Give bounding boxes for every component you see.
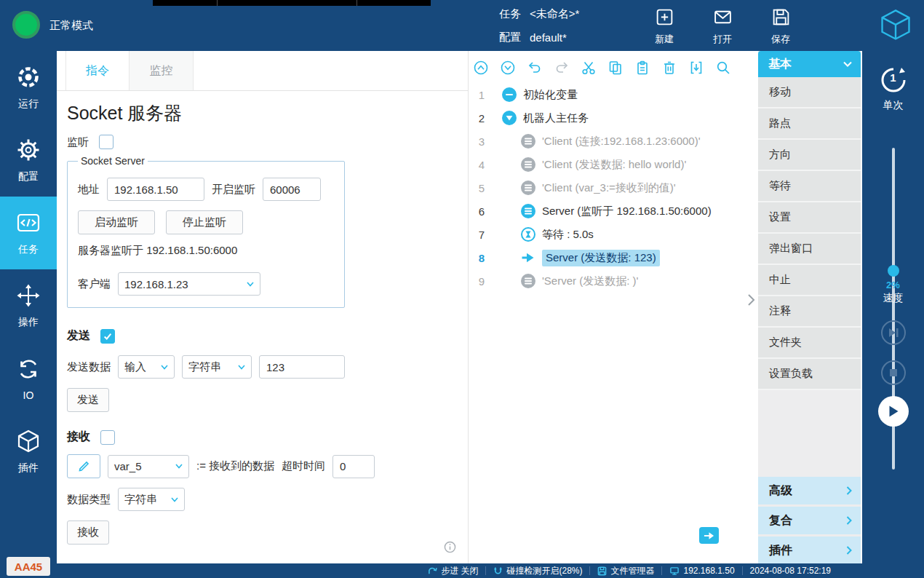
address-input[interactable]: [107, 178, 204, 201]
receive-checkbox[interactable]: [100, 430, 115, 445]
step-next-button[interactable]: [699, 527, 719, 544]
tree-row[interactable]: 2 机器人主任务: [469, 106, 757, 130]
play-icon: [888, 405, 899, 418]
start-listen-button[interactable]: 启动监听: [78, 210, 155, 234]
undo-icon[interactable]: [527, 60, 543, 76]
separator: [742, 566, 743, 575]
chevron-down-icon: [175, 464, 183, 469]
port-input[interactable]: [263, 178, 321, 201]
step-mode-status[interactable]: 步进 关闭: [428, 565, 478, 577]
palette-item-direction[interactable]: 方向: [758, 140, 861, 171]
cut-icon[interactable]: [581, 60, 597, 76]
single-run-label: 单次: [883, 99, 904, 112]
tab-monitor[interactable]: 监控: [130, 51, 194, 90]
edit-variable-button[interactable]: [67, 454, 100, 478]
sidebar-item-label: 配置: [18, 170, 39, 183]
mode-label: 正常模式: [49, 0, 93, 51]
line-number: 7: [469, 229, 493, 241]
tree-row[interactable]: 4 'Client (发送数据: hello world)': [469, 153, 757, 176]
info-icon[interactable]: [444, 541, 456, 556]
datatype-select[interactable]: 字符串: [118, 488, 185, 511]
palette-group-label: 复合: [769, 513, 792, 528]
tree-row[interactable]: 7 等待 : 5.0s: [469, 223, 757, 246]
play-button[interactable]: [878, 396, 909, 427]
receive-section-label: 接收: [67, 429, 90, 445]
palette-item-abort[interactable]: 中止: [758, 265, 861, 296]
sidebar-item-io[interactable]: IO: [0, 342, 57, 415]
copy-icon[interactable]: [608, 60, 624, 76]
send-type-select[interactable]: 字符串: [182, 355, 252, 379]
tree-row[interactable]: 6 Server (监听于 192.168.1.50:6000): [469, 199, 757, 223]
delete-icon[interactable]: [661, 60, 677, 76]
instruction-panel: 指令 监控 Socket 服务器 监听 Socket Server 地址 开启监…: [57, 51, 469, 564]
palette-item-move[interactable]: 移动: [758, 77, 861, 108]
palette-item-wait[interactable]: 等待: [758, 171, 861, 202]
send-type-value: 字符串: [188, 360, 221, 374]
palette-group-advanced[interactable]: 高级: [758, 477, 861, 504]
config-name[interactable]: default*: [530, 31, 567, 44]
send-source-value: 输入: [124, 360, 146, 374]
wait-icon: [521, 227, 535, 242]
send-button[interactable]: 发送: [67, 388, 109, 412]
expand-all-icon[interactable]: [500, 60, 516, 76]
palette-item-popup[interactable]: 弹出窗口: [758, 234, 861, 265]
tree-row[interactable]: 9 'Server (发送数据: )': [469, 269, 757, 293]
task-name[interactable]: <未命名>*: [530, 7, 579, 21]
palette-group-label: 高级: [769, 483, 792, 499]
tree-row[interactable]: 3 'Client (连接:192.168.1.23:6000)': [469, 130, 757, 153]
palette-item-folder[interactable]: 文件夹: [758, 328, 861, 359]
chevron-down-icon: [238, 365, 245, 370]
expand-panel-icon[interactable]: [746, 293, 755, 310]
send-data-input[interactable]: [259, 355, 345, 379]
sidebar-item-operate[interactable]: 操作: [0, 269, 57, 342]
palette-group-composite[interactable]: 复合: [758, 507, 861, 534]
send-checkbox[interactable]: [100, 329, 115, 344]
tree-row-selected[interactable]: 8 Server (发送数据: 123): [469, 246, 757, 269]
palette-item-payload[interactable]: 设置负载: [758, 359, 861, 390]
step-icon: [428, 566, 437, 576]
controller-ip[interactable]: 192.168.1.50: [669, 566, 734, 576]
tree-row[interactable]: 1 初始化变量: [469, 83, 757, 106]
sidebar-item-task[interactable]: 任务: [0, 197, 57, 269]
collapse-all-icon[interactable]: [473, 60, 489, 76]
line-number: 8: [469, 252, 493, 264]
palette-group-plugin[interactable]: 插件: [758, 537, 861, 564]
send-section-label: 发送: [67, 328, 90, 344]
redo-icon[interactable]: [554, 60, 570, 76]
stop-listen-button[interactable]: 停止监听: [166, 210, 243, 234]
listen-checkbox[interactable]: [99, 135, 113, 149]
palette-item-set[interactable]: 设置: [758, 202, 861, 234]
tree-row[interactable]: 5 'Client (var_3:=接收到的值)': [469, 176, 757, 199]
file-manager-link[interactable]: 文件管理器: [597, 565, 654, 577]
palette-header-basic[interactable]: 基本: [758, 51, 861, 77]
device-badge[interactable]: AA45: [7, 557, 50, 576]
client-select[interactable]: 192.168.1.23: [118, 272, 260, 296]
insert-icon[interactable]: [688, 60, 704, 76]
speed-slider-handle[interactable]: [888, 265, 899, 277]
ip-text: 192.168.1.50: [683, 566, 734, 576]
stop-button[interactable]: [881, 360, 906, 385]
open-task-button[interactable]: 打开: [701, 7, 744, 46]
receive-variable-value: var_5: [114, 460, 142, 472]
palette-item-waypoint[interactable]: 路点: [758, 108, 861, 140]
single-run-button[interactable]: 1 单次: [862, 66, 924, 112]
step-over-button[interactable]: [881, 320, 906, 345]
collision-status[interactable]: 碰撞检测开启(28%): [493, 565, 582, 577]
sidebar-item-label: 任务: [18, 243, 39, 256]
receive-button[interactable]: 接收: [67, 520, 109, 545]
sidebar-item-config[interactable]: 配置: [0, 124, 57, 197]
search-icon[interactable]: [715, 60, 731, 76]
save-task-button[interactable]: 保存: [760, 7, 802, 46]
paste-icon[interactable]: [634, 60, 650, 76]
sidebar-item-plugins[interactable]: 插件: [0, 415, 57, 488]
chevron-down-icon: [247, 282, 254, 287]
top-bar: 正常模式 任务 <未命名>* 配置 default* 新建 打开 保存: [0, 0, 924, 51]
new-task-button[interactable]: 新建: [643, 7, 685, 46]
send-source-select[interactable]: 输入: [118, 355, 175, 379]
sidebar-item-run[interactable]: 运行: [0, 51, 57, 124]
tab-instruction[interactable]: 指令: [65, 51, 130, 90]
settings-icon: [16, 138, 41, 165]
palette-item-comment[interactable]: 注释: [758, 296, 861, 328]
receive-variable-select[interactable]: var_5: [108, 455, 189, 478]
timeout-input[interactable]: [332, 455, 375, 478]
